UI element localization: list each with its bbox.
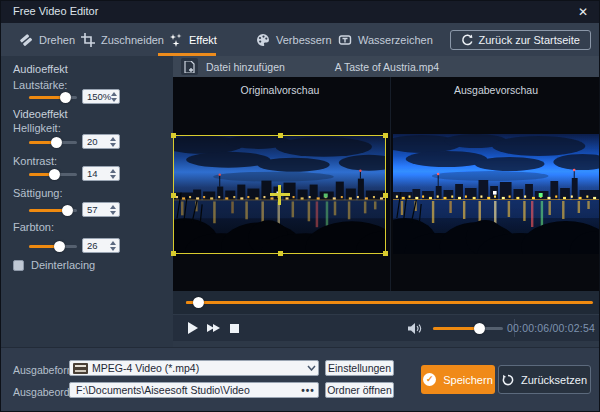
folder-path-value: F:\Documents\Aiseesoft Studio\Video	[70, 384, 298, 396]
spin-down-icon[interactable]	[111, 98, 117, 102]
volume-thumb[interactable]	[474, 323, 485, 334]
slider-thumb[interactable]	[54, 241, 65, 252]
tab-wasserzeichen[interactable]: Wasserzeichen	[338, 23, 433, 56]
palette-icon	[256, 33, 270, 47]
brightness-slider-row: 20	[1, 134, 173, 150]
spinner-value: 57	[83, 204, 108, 215]
spin-up-icon[interactable]	[110, 169, 116, 173]
spin-up-icon[interactable]	[111, 92, 117, 96]
reset-button-label: Zurücksetzen	[521, 374, 587, 386]
slider-thumb[interactable]	[51, 137, 62, 148]
volume-fill	[433, 327, 479, 330]
tab-drehen[interactable]: Drehen	[19, 23, 75, 56]
slider-label: Farbton:	[13, 221, 54, 233]
transport-controls: 00:00:06/00:02:54	[173, 314, 600, 341]
open-folder-button[interactable]: Ordner öffnen	[325, 382, 394, 398]
value-spinner[interactable]: 14	[82, 166, 120, 181]
output-folder-field[interactable]: F:\Documents\Aiseesoft Studio\Video •••	[69, 382, 319, 398]
stars-icon	[169, 33, 183, 47]
spinner-value: 14	[83, 168, 108, 179]
app-window: Free Video Editor ✕ Drehen Zuschneiden	[0, 0, 600, 412]
spinner-arrows[interactable]	[108, 137, 119, 147]
slider-track[interactable]	[29, 173, 77, 176]
hue-slider-row: 26	[1, 238, 173, 254]
seek-thumb[interactable]	[193, 297, 204, 308]
format-dropdown[interactable]: MPEG-4 Video (*.mp4)	[69, 360, 319, 376]
seek-slider[interactable]	[186, 301, 593, 304]
main-area: A Taste of Austria.mp4 Datei hinzufügen …	[173, 56, 600, 347]
spinner-arrows[interactable]	[108, 205, 119, 215]
spinner-value: 150%	[83, 91, 111, 102]
spinner-arrows[interactable]	[108, 169, 119, 179]
checkbox[interactable]	[13, 260, 24, 271]
original-preview-video[interactable]	[173, 135, 386, 254]
format-value: MPEG-4 Video (*.mp4)	[88, 362, 304, 374]
reset-button[interactable]: Zurücksetzen	[498, 365, 591, 394]
spinner-value: 20	[83, 136, 108, 147]
slider-thumb[interactable]	[60, 92, 71, 103]
tab-label: Wasserzeichen	[358, 34, 433, 46]
add-file-button[interactable]: Datei hinzufügen	[181, 56, 285, 77]
speaker-icon[interactable]	[407, 321, 422, 339]
value-spinner[interactable]: 57	[82, 202, 120, 217]
effects-sidebar: Audioeffekt Lautstärke: 150% Videoeffekt…	[1, 56, 173, 347]
slider-track[interactable]	[29, 245, 77, 248]
slider-label: Sättigung:	[13, 187, 63, 199]
slider-track[interactable]	[29, 96, 77, 99]
tab-effekt[interactable]: Effekt	[169, 23, 217, 56]
spinner-arrows[interactable]	[111, 92, 119, 102]
refresh-arrow-icon	[461, 34, 473, 46]
spin-up-icon[interactable]	[110, 205, 116, 209]
slider-track[interactable]	[29, 209, 77, 212]
tab-zuschneiden[interactable]: Zuschneiden	[81, 23, 164, 56]
value-spinner[interactable]: 150%	[82, 89, 120, 104]
settings-button[interactable]: Einstellungen	[325, 360, 394, 376]
spin-down-icon[interactable]	[110, 143, 116, 147]
spin-up-icon[interactable]	[110, 137, 116, 141]
tab-verbessern[interactable]: Verbessern	[256, 23, 332, 56]
spin-down-icon[interactable]	[110, 175, 116, 179]
close-icon[interactable]: ✕	[575, 4, 591, 20]
deinterlacing-checkbox-row[interactable]: Deinterlacing	[13, 259, 95, 271]
spin-down-icon[interactable]	[110, 211, 116, 215]
spinner-arrows[interactable]	[108, 241, 119, 251]
add-file-label: Datei hinzufügen	[206, 61, 285, 73]
save-button[interactable]: ✓ Speichern	[421, 365, 495, 394]
check-icon: ✓	[423, 373, 436, 386]
mpeg-format-icon	[73, 363, 88, 374]
back-to-home-button[interactable]: Zurück zur Startseite	[450, 30, 591, 50]
value-spinner[interactable]: 20	[82, 134, 120, 149]
volume-slider[interactable]	[433, 327, 503, 330]
tab-label: Effekt	[189, 34, 217, 46]
saturation-slider-row: 57	[1, 202, 173, 218]
preview-divider	[390, 77, 391, 291]
output-preview-video[interactable]	[393, 134, 599, 254]
chevron-down-icon[interactable]	[304, 365, 318, 371]
tab-label: Drehen	[39, 34, 75, 46]
browse-button[interactable]: •••	[298, 385, 318, 396]
volume-slider-row: 150%	[1, 89, 173, 105]
video-section-title: Videoeffekt	[13, 108, 68, 120]
audio-section-title: Audioeffekt	[13, 63, 68, 75]
crop-icon	[81, 33, 95, 47]
seek-bar-row	[173, 291, 600, 314]
slider-thumb[interactable]	[62, 205, 73, 216]
stop-button[interactable]	[230, 324, 239, 333]
tab-bar: Drehen Zuschneiden Effekt Verbessern	[1, 23, 600, 56]
spin-up-icon[interactable]	[110, 241, 116, 245]
home-button-label: Zurück zur Startseite	[479, 34, 580, 46]
slider-thumb[interactable]	[49, 169, 60, 180]
value-spinner[interactable]: 26	[82, 238, 120, 253]
fast-forward-button[interactable]	[207, 324, 220, 332]
play-button[interactable]	[188, 322, 198, 334]
slider-track[interactable]	[29, 141, 77, 144]
watermark-icon	[338, 33, 352, 47]
slider-label: Helligkeit:	[13, 122, 61, 134]
tab-label: Zuschneiden	[101, 34, 164, 46]
save-button-label: Speichern	[443, 374, 493, 386]
original-preview-title: Originalvorschau	[173, 84, 387, 96]
preview-stage: Originalvorschau Ausgabevorschau	[173, 77, 600, 291]
checkbox-label: Deinterlacing	[31, 259, 95, 271]
spinner-value: 26	[83, 240, 108, 251]
spin-down-icon[interactable]	[110, 247, 116, 251]
